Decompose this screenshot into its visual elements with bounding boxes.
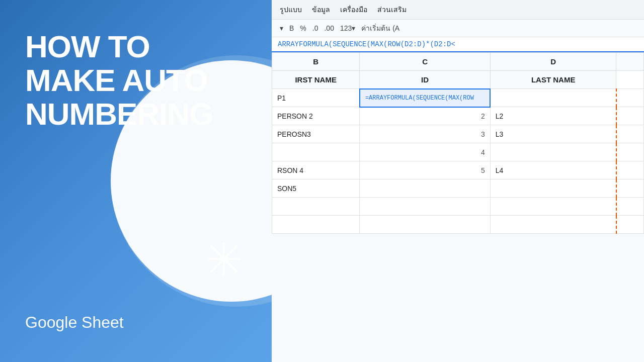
format-button[interactable]: 123▾ [340, 24, 355, 32]
col-b-header[interactable]: B [272, 53, 360, 71]
extra-cell [616, 89, 644, 107]
column-headers-row: B C D [272, 53, 644, 71]
decimal-down-button[interactable]: .0 [312, 24, 318, 32]
table-row [272, 198, 644, 216]
cell-d7[interactable] [490, 179, 616, 198]
last-name-header: LAST NAME [490, 71, 616, 89]
table-row: PERSON 2 2 L2 [272, 107, 644, 125]
left-panel: HOW TO MAKE AUTO NUMBERING Google Sheet [0, 0, 272, 362]
extra-cell [616, 125, 644, 143]
main-title: HOW TO MAKE AUTO NUMBERING [25, 30, 247, 131]
cell-c2[interactable]: =ARRAYFORMULA(SEQUENCE(MAX(ROW [360, 89, 490, 107]
table-row: P1 =ARRAYFORMULA(SEQUENCE(MAX(ROW [272, 89, 644, 107]
cell-d8[interactable] [490, 198, 616, 216]
cell-b9[interactable] [272, 216, 360, 234]
cell-c6[interactable]: 5 [360, 161, 490, 179]
decimal-up-button[interactable]: .00 [324, 24, 334, 32]
cell-d3[interactable]: L2 [490, 107, 616, 125]
toolbar: ▾ B % .0 .00 123▾ ค่าเริ่มต้น (A [272, 20, 644, 37]
cell-b7[interactable]: SON5 [272, 179, 360, 198]
cell-d4[interactable]: L3 [490, 125, 616, 143]
menu-item-data[interactable]: ข้อมูล [312, 4, 330, 15]
cell-b6[interactable]: RSON 4 [272, 161, 360, 179]
dropdown-arrow[interactable]: ▾ [280, 24, 283, 32]
col-c-header[interactable]: C [360, 53, 490, 71]
menu-item-addons[interactable]: ส่วนเสริม [377, 4, 407, 15]
table-row: SON5 [272, 179, 644, 198]
cell-d2[interactable] [490, 89, 616, 107]
percent-button[interactable]: % [300, 24, 306, 32]
menu-item-format[interactable]: รูปแบบ [280, 4, 302, 15]
cell-b2[interactable]: P1 [272, 89, 360, 107]
cell-b5[interactable] [272, 143, 360, 161]
formula-bar[interactable]: ARRAYFORMULA(SEQUENCE(MAX(ROW(D2:D)*(D2:… [272, 37, 644, 52]
menu-bar: รูปแบบ ข้อมูล เครื่องมือ ส่วนเสริม [272, 0, 644, 20]
extra-cell [616, 161, 644, 179]
cell-b4[interactable]: PEROSN3 [272, 125, 360, 143]
cell-c7[interactable] [360, 179, 490, 198]
cell-d6[interactable]: L4 [490, 161, 616, 179]
table-row: 4 [272, 143, 644, 161]
first-name-header: IRST NAME [272, 71, 360, 89]
cell-d5[interactable] [490, 143, 616, 161]
cell-c3[interactable]: 2 [360, 107, 490, 125]
col-d-header[interactable]: D [490, 53, 616, 71]
sparkle-icon [206, 241, 242, 277]
extra-cell [616, 198, 644, 216]
cell-c8[interactable] [360, 198, 490, 216]
spreadsheet: B C D IRST NAME ID LAST NAME P1 =ARRAYFO [272, 52, 644, 234]
extra-cell [616, 216, 644, 234]
cell-b3[interactable]: PERSON 2 [272, 107, 360, 125]
table-row: IRST NAME ID LAST NAME [272, 71, 644, 89]
subtitle: Google Sheet [25, 313, 247, 332]
right-panel: รูปแบบ ข้อมูล เครื่องมือ ส่วนเสริม ▾ B %… [272, 0, 644, 362]
extra-cell [616, 71, 644, 89]
extra-cell [616, 143, 644, 161]
table-row [272, 216, 644, 234]
bold-button[interactable]: B [289, 24, 294, 32]
col-extra-header [616, 53, 644, 71]
menu-item-tools[interactable]: เครื่องมือ [340, 4, 367, 15]
id-header: ID [360, 71, 490, 89]
table-row: PEROSN3 3 L3 [272, 125, 644, 143]
cell-b8[interactable] [272, 198, 360, 216]
cell-c4[interactable]: 3 [360, 125, 490, 143]
default-label: ค่าเริ่มต้น (A [361, 23, 399, 34]
cell-c5[interactable]: 4 [360, 143, 490, 161]
table-row: RSON 4 5 L4 [272, 161, 644, 179]
cell-d9[interactable] [490, 216, 616, 234]
extra-cell [616, 179, 644, 198]
cell-c9[interactable] [360, 216, 490, 234]
extra-cell [616, 107, 644, 125]
